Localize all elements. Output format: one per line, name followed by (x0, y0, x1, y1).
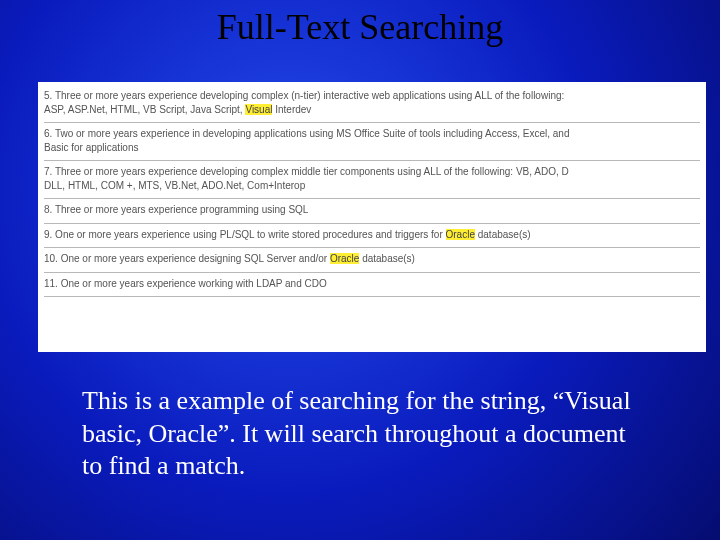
result-text: Interdev (272, 104, 311, 115)
page-title: Full-Text Searching (0, 6, 720, 48)
result-text: 5. Three or more years experience develo… (44, 90, 564, 101)
result-text: DLL, HTML, COM +, MTS, VB.Net, ADO.Net, … (44, 180, 305, 191)
result-item: 11. One or more years experience working… (44, 273, 700, 298)
highlight: Oracle (330, 253, 359, 264)
result-item: 6. Two or more years experience in devel… (44, 123, 700, 161)
slide: Full-Text Searching 5. Three or more yea… (0, 0, 720, 540)
result-text: 6. Two or more years experience in devel… (44, 128, 569, 139)
result-text: 11. One or more years experience working… (44, 278, 327, 289)
result-item: 5. Three or more years experience develo… (44, 85, 700, 123)
highlight: Visual (245, 104, 272, 115)
result-text: database(s) (475, 229, 531, 240)
result-item: 7. Three or more years experience develo… (44, 161, 700, 199)
highlight: Oracle (446, 229, 475, 240)
result-text: 8. Three or more years experience progra… (44, 204, 308, 215)
result-item: 9. One or more years experience using PL… (44, 224, 700, 249)
result-item: 8. Three or more years experience progra… (44, 199, 700, 224)
result-text: 10. One or more years experience designi… (44, 253, 330, 264)
result-text: 9. One or more years experience using PL… (44, 229, 446, 240)
result-item: 10. One or more years experience designi… (44, 248, 700, 273)
result-text: database(s) (359, 253, 415, 264)
result-text: Basic for applications (44, 142, 139, 153)
results-panel: 5. Three or more years experience develo… (38, 82, 706, 352)
result-text: ASP, ASP.Net, HTML, VB Script, Java Scri… (44, 104, 245, 115)
result-text: 7. Three or more years experience develo… (44, 166, 569, 177)
caption-text: This is a example of searching for the s… (82, 385, 637, 483)
